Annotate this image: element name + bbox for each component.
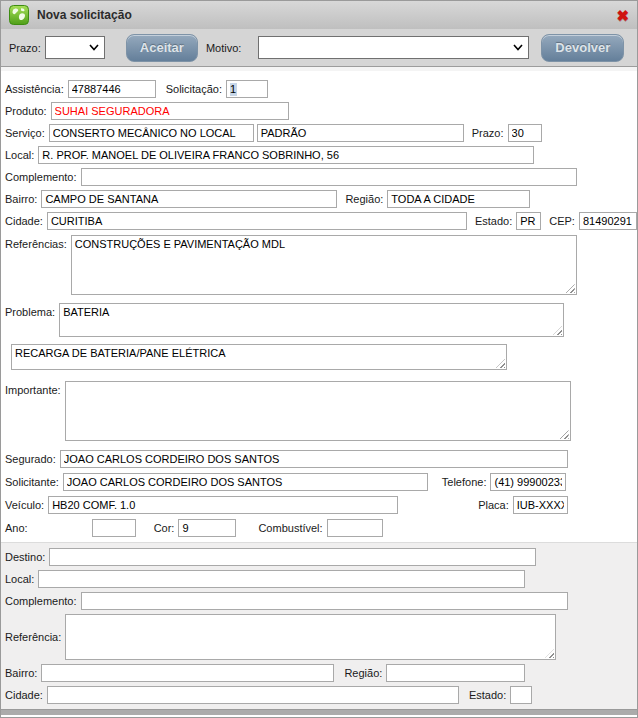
destino-bairro-field[interactable] bbox=[41, 664, 334, 682]
problema-label: Problema: bbox=[5, 303, 55, 318]
form-row: Referência: bbox=[5, 614, 637, 660]
local-label: Local: bbox=[5, 149, 34, 161]
form-row: Destino: bbox=[5, 548, 637, 566]
prazo-select[interactable] bbox=[45, 36, 105, 59]
problema-textarea[interactable]: BATERIA bbox=[59, 303, 564, 337]
destino-local-field[interactable] bbox=[38, 570, 525, 588]
destino-field[interactable] bbox=[49, 548, 536, 566]
form-row: Ano: Cor: Combustível: bbox=[5, 519, 637, 537]
importante-label: Importante: bbox=[5, 381, 61, 396]
referencias-label: Referências: bbox=[5, 235, 67, 250]
toolbar-prazo-label: Prazo: bbox=[9, 42, 41, 54]
servico-field[interactable] bbox=[49, 124, 254, 142]
referencias-textarea[interactable]: CONSTRUÇÕES E PAVIMENTAÇÃO MDL bbox=[71, 235, 577, 295]
destino-local-label: Local: bbox=[5, 573, 34, 585]
form-row: Complemento: bbox=[5, 592, 637, 610]
cor-field[interactable] bbox=[178, 519, 236, 537]
combustivel-field[interactable] bbox=[327, 519, 383, 537]
form-row: Segurado: bbox=[5, 450, 637, 468]
problema-wrap: BATERIA bbox=[59, 303, 564, 337]
form-row: Solicitante: Telefone: bbox=[5, 473, 637, 491]
cor-label: Cor: bbox=[154, 522, 175, 534]
problema-detalhe-wrap: RECARGA DE BATERIA/PANE ELÉTRICA bbox=[11, 344, 507, 370]
form-row: RECARGA DE BATERIA/PANE ELÉTRICA bbox=[11, 344, 637, 370]
complemento-label: Complemento: bbox=[5, 171, 77, 183]
regiao-label: Região: bbox=[345, 193, 383, 205]
form-row: Produto: bbox=[5, 102, 637, 120]
destino-referencia-textarea[interactable] bbox=[65, 614, 556, 660]
segurado-field[interactable] bbox=[60, 450, 568, 468]
referencias-wrap: CONSTRUÇÕES E PAVIMENTAÇÃO MDL bbox=[71, 235, 577, 295]
request-form-section: Assistência: Solicitação: Produto: Servi… bbox=[1, 71, 637, 542]
assistencia-label: Assistência: bbox=[5, 83, 64, 95]
motivo-select-wrap bbox=[258, 36, 529, 59]
motivo-select[interactable] bbox=[258, 36, 529, 59]
devolver-button[interactable]: Devolver bbox=[541, 34, 624, 62]
veiculo-field[interactable] bbox=[48, 496, 398, 514]
form-row: Importante: bbox=[5, 381, 637, 441]
placa-field[interactable] bbox=[513, 496, 568, 514]
estado-label: Estado: bbox=[475, 215, 512, 227]
destino-estado-field[interactable] bbox=[510, 686, 532, 704]
cep-field[interactable] bbox=[579, 212, 637, 230]
prazo-label: Prazo: bbox=[472, 127, 504, 139]
destino-referencia-wrap bbox=[65, 614, 556, 660]
solicitacao-field[interactable] bbox=[226, 80, 268, 98]
segurado-label: Segurado: bbox=[5, 453, 56, 465]
telefone-label: Telefone: bbox=[442, 476, 487, 488]
veiculo-label: Veículo: bbox=[5, 499, 44, 511]
form-row: Assistência: Solicitação: bbox=[5, 80, 637, 98]
form-row: Veículo: Placa: bbox=[5, 496, 637, 514]
ano-field[interactable] bbox=[92, 519, 136, 537]
prazo-select-wrap bbox=[45, 36, 105, 59]
prazo-field[interactable] bbox=[508, 124, 542, 142]
solicitante-field[interactable] bbox=[63, 473, 428, 491]
globe-icon bbox=[9, 5, 29, 25]
destino-complemento-field[interactable] bbox=[81, 592, 568, 610]
window-bottom-border bbox=[1, 709, 637, 715]
bairro-field[interactable] bbox=[41, 190, 337, 208]
regiao-field[interactable] bbox=[387, 190, 530, 208]
local-field[interactable] bbox=[38, 146, 534, 164]
servico-tipo-field[interactable] bbox=[257, 124, 464, 142]
form-row: Local: bbox=[5, 570, 637, 588]
form-row: Cidade: Estado: bbox=[5, 686, 637, 704]
aceitar-button[interactable]: Aceitar bbox=[126, 34, 198, 62]
ano-label: Ano: bbox=[5, 522, 28, 534]
form-row: Bairro: Região: bbox=[5, 664, 637, 682]
cep-label: CEP: bbox=[549, 215, 575, 227]
estado-field[interactable] bbox=[516, 212, 541, 230]
form-row: Problema: BATERIA bbox=[5, 303, 637, 337]
close-icon[interactable]: ✖ bbox=[616, 8, 629, 23]
cidade-field[interactable] bbox=[47, 212, 467, 230]
importante-wrap bbox=[65, 381, 571, 441]
complemento-field[interactable] bbox=[81, 168, 577, 186]
telefone-field[interactable] bbox=[490, 473, 566, 491]
problema-detalhe-textarea[interactable]: RECARGA DE BATERIA/PANE ELÉTRICA bbox=[11, 344, 507, 370]
cidade-label: Cidade: bbox=[5, 215, 43, 227]
combustivel-label: Combustível: bbox=[258, 522, 322, 534]
destino-cidade-label: Cidade: bbox=[5, 689, 43, 701]
solicitacao-label: Solicitação: bbox=[166, 83, 222, 95]
assistencia-field[interactable] bbox=[68, 80, 156, 98]
form-row: Referências: CONSTRUÇÕES E PAVIMENTAÇÃO … bbox=[5, 235, 637, 295]
toolbar-motivo-label: Motivo: bbox=[206, 42, 241, 54]
destino-regiao-field[interactable] bbox=[386, 664, 525, 682]
toolbar: Prazo: Aceitar Motivo: Devolver bbox=[1, 29, 637, 67]
nova-solicitacao-window: Nova solicitação ✖ Prazo: Aceitar Motivo… bbox=[0, 0, 638, 718]
titlebar: Nova solicitação ✖ bbox=[1, 1, 637, 29]
destino-bairro-label: Bairro: bbox=[5, 667, 37, 679]
produto-label: Produto: bbox=[5, 105, 47, 117]
produto-field[interactable] bbox=[51, 102, 289, 120]
window-title: Nova solicitação bbox=[37, 8, 132, 22]
destino-regiao-label: Região: bbox=[344, 667, 382, 679]
form-row: Bairro: Região: bbox=[5, 190, 637, 208]
solicitante-label: Solicitante: bbox=[5, 476, 59, 488]
form-row: Local: bbox=[5, 146, 637, 164]
placa-label: Placa: bbox=[478, 499, 509, 511]
form-row: Serviço: Prazo: bbox=[5, 124, 637, 142]
form-row: Cidade: Estado: CEP: bbox=[5, 212, 637, 230]
bairro-label: Bairro: bbox=[5, 193, 37, 205]
importante-textarea[interactable] bbox=[65, 381, 571, 441]
destino-cidade-field[interactable] bbox=[47, 686, 459, 704]
